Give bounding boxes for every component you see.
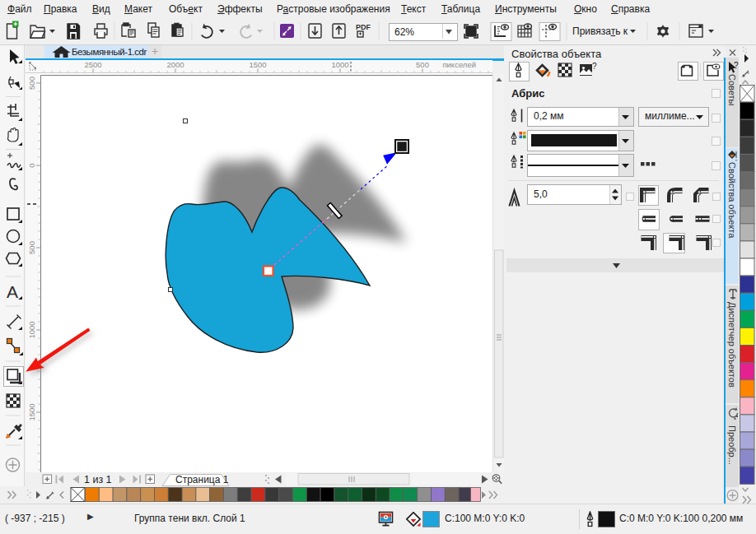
svg-text:2500: 2500 (84, 60, 101, 69)
svg-text:Страница 1: Страница 1 (175, 474, 229, 485)
svg-text:500: 500 (416, 60, 429, 69)
svg-text:1500: 1500 (27, 403, 36, 420)
svg-text:1 из 1: 1 из 1 (84, 474, 112, 485)
svg-text:500: 500 (27, 241, 36, 254)
svg-text:1000: 1000 (331, 60, 348, 69)
svg-text:PDF: PDF (356, 23, 371, 31)
svg-text:500: 500 (27, 77, 36, 90)
svg-text:1500: 1500 (249, 60, 266, 69)
svg-text:0: 0 (27, 163, 36, 167)
svg-text:?: ? (592, 62, 597, 71)
svg-text:2000: 2000 (166, 60, 184, 69)
svg-text:A: A (7, 282, 18, 301)
svg-text:пикселей: пикселей (442, 60, 476, 69)
